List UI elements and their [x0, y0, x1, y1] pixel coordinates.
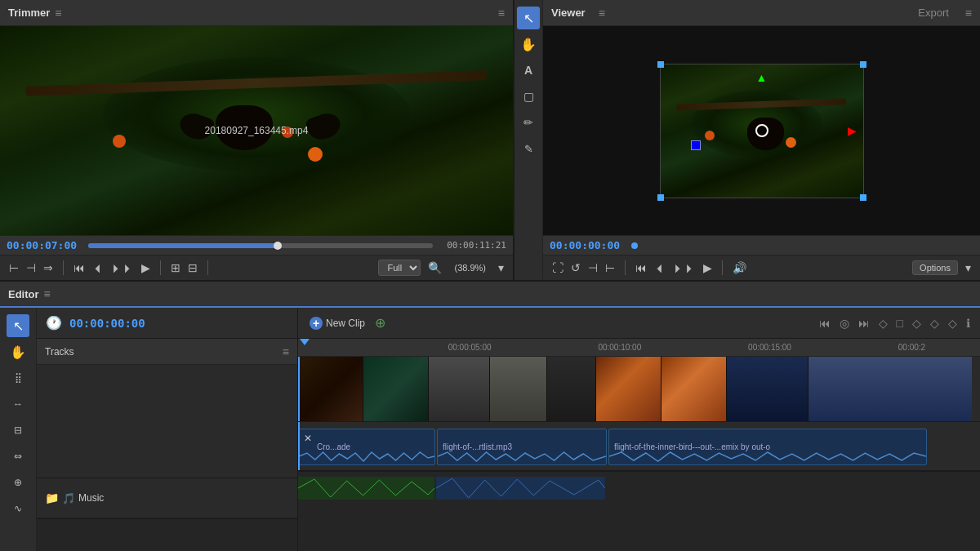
viewer-timecode: 00:00:00:00 — [550, 239, 623, 251]
add-clip-button[interactable]: + New Clip — [305, 314, 370, 332]
tool-draw-btn[interactable]: ✎ — [517, 137, 540, 160]
ruler-mark-10s: 00:00:10:00 — [598, 343, 641, 352]
tl-info-icon[interactable]: ℹ — [963, 315, 973, 331]
timeline-area[interactable]: + New Clip ⊕ ⏮ ◎ ⏭ ◇ □ ◇ ◇ ◇ ℹ — [298, 308, 980, 551]
trimmer-send-btn[interactable]: ⇒ — [41, 260, 56, 276]
video-track-area — [37, 365, 297, 478]
video-clip-6[interactable] — [596, 357, 662, 421]
editor-tool-slip-btn[interactable]: ⊟ — [7, 419, 29, 442]
viewer-speaker-btn[interactable]: 🔊 — [730, 260, 749, 276]
tl-skip-fwd-icon[interactable]: ⏭ — [855, 315, 873, 331]
tl-target-icon[interactable]: ◎ — [836, 315, 853, 331]
trimmer-mark-out-btn[interactable]: ⊣ — [24, 260, 38, 276]
editor-tool-resize-btn[interactable]: ⣿ — [7, 367, 29, 389]
transform-handle-bl[interactable] — [657, 194, 664, 201]
trimmer-snap-btn[interactable]: ⊞ — [168, 260, 183, 276]
tl-diamond-icon[interactable]: ◇ — [875, 315, 891, 331]
video-clip-5[interactable] — [547, 357, 596, 421]
transform-center-handle[interactable] — [755, 124, 768, 137]
video-clip-4[interactable] — [490, 357, 547, 421]
video-clip-9[interactable] — [808, 357, 972, 421]
music-clip-3[interactable]: flight-of-the-inner-bird---out-...emix b… — [608, 429, 927, 465]
transform-handle-tr[interactable] — [860, 61, 866, 68]
ruler-mark-5s: 00:00:05:00 — [448, 343, 492, 352]
viewer-play-btn[interactable]: ▶ — [701, 260, 715, 276]
trimmer-video-area[interactable]: 20180927_163445.mp4 — [0, 26, 513, 235]
trimmer-title: Trimmer — [8, 7, 50, 19]
viewer-frame-back-btn[interactable]: ⏴ — [652, 260, 668, 276]
trimmer-overflow-icon[interactable]: ≡ — [498, 7, 505, 20]
editor-tool-adjust-btn[interactable]: ⊕ — [7, 471, 29, 494]
editor-tool-move-btn[interactable]: ↔ — [7, 393, 29, 415]
video-track-row[interactable] — [298, 357, 980, 422]
editor-header: Editor ≡ — [0, 282, 980, 308]
video-clip-8[interactable] — [727, 357, 808, 421]
editor-menu-icon[interactable]: ≡ — [44, 287, 51, 300]
tool-hand-btn[interactable]: ✋ — [517, 33, 540, 56]
trimmer-progress-handle[interactable] — [274, 242, 282, 250]
viewer-view-controls: ⛶ ↺ ⊣ ⊢ — [550, 260, 617, 276]
tool-pen-btn[interactable]: ✏ — [517, 111, 540, 134]
viewer-separator — [625, 260, 626, 275]
viewer-fullscreen-btn[interactable]: ⛶ — [550, 260, 566, 276]
viewer-mark-in-btn[interactable]: ⊣ — [586, 260, 600, 276]
viewer-timecode-bar: 00:00:00:00 — [543, 235, 980, 255]
trimmer-play-btn[interactable]: ▶ — [139, 260, 153, 276]
controls-separator-1 — [63, 260, 64, 275]
viewer-options-button[interactable]: Options — [912, 260, 958, 275]
tl-diamond3-icon[interactable]: ◇ — [927, 315, 942, 331]
editor-tool-expand-btn[interactable]: ⇔ — [7, 445, 29, 468]
trimmer-zoom-dropdown-btn[interactable]: ▾ — [496, 260, 506, 276]
trimmer-zoom-select[interactable]: Full — [378, 260, 421, 276]
stacked-layers-icon[interactable]: ⊕ — [375, 315, 385, 331]
trimmer-zoom-icon[interactable]: 🔍 — [425, 260, 444, 276]
trimmer-mark-in-btn[interactable]: ⊢ — [7, 260, 21, 276]
viewer-step-back-btn[interactable]: ⏮ — [633, 260, 649, 276]
viewer-frame-fwd-btn[interactable]: ⏵⏵ — [670, 260, 698, 276]
editor-clock-icon[interactable]: 🕐 — [43, 313, 65, 332]
trimmer-menu-icon[interactable]: ≡ — [55, 7, 61, 20]
viewer-options-dropdown-icon[interactable]: ▾ — [963, 260, 973, 276]
timeline-add-toolbar: + New Clip ⊕ ⏮ ◎ ⏭ ◇ □ ◇ ◇ ◇ ℹ — [298, 308, 980, 339]
timeline-tool-icons: ⏮ ◎ ⏭ ◇ □ ◇ ◇ ◇ ℹ — [816, 315, 973, 331]
trimmer-timecode-bar: 00:00:07:00 00:00:11:21 — [0, 235, 513, 255]
video-clip-3[interactable] — [429, 357, 490, 421]
tool-text-btn[interactable]: A — [517, 59, 540, 82]
music-track-row[interactable]: ✕ Cro...ade flight-of-...rtlist.mp3 — [298, 422, 980, 471]
viewer-menu-icon[interactable]: ≡ — [599, 7, 605, 20]
trimmer-progress-bar[interactable] — [88, 243, 433, 248]
music-clip-1[interactable]: ✕ Cro...ade — [298, 429, 435, 465]
viewer-loop-btn[interactable]: ↺ — [568, 260, 583, 276]
tracks-menu-icon[interactable]: ≡ — [283, 345, 289, 358]
video-clip-2[interactable] — [363, 357, 429, 421]
tool-arrow-btn[interactable]: ↖ — [517, 7, 540, 29]
controls-separator-3 — [207, 260, 208, 275]
viewer-export-tab[interactable]: Export — [915, 7, 952, 19]
viewer-export-menu-icon[interactable]: ≡ — [965, 7, 972, 20]
viewer-mark-out-btn[interactable]: ⊢ — [603, 260, 617, 276]
tool-rectangle-btn[interactable]: ▢ — [517, 85, 540, 108]
tl-skip-back-icon[interactable]: ⏮ — [816, 315, 834, 331]
transform-y-arrow[interactable]: ▲ — [756, 71, 768, 84]
waveform-3 — [609, 450, 926, 463]
trimmer-frame-back-btn[interactable]: ⏴ — [90, 260, 106, 276]
trimmer-layers-btn[interactable]: ⊟ — [185, 260, 200, 276]
music-clip-2[interactable]: flight-of-...rtlist.mp3 — [437, 429, 607, 465]
editor-title: Editor — [8, 288, 39, 300]
editor-tool-curve-btn[interactable]: ∿ — [7, 497, 29, 520]
tl-square-icon[interactable]: □ — [893, 315, 906, 331]
trimmer-transport-controls: ⏮ ⏴ ⏵⏵ ▶ — [71, 260, 153, 276]
viewer-video-area[interactable]: ▲ ▶ — [543, 26, 980, 235]
editor-tool-hand-btn[interactable]: ✋ — [7, 340, 29, 363]
transform-handle-br[interactable] — [860, 194, 866, 201]
transform-blue-square[interactable] — [691, 140, 701, 150]
tl-diamond2-icon[interactable]: ◇ — [909, 315, 924, 331]
transform-handle-tl[interactable] — [657, 61, 664, 68]
editor-tool-arrow-btn[interactable]: ↖ — [7, 314, 29, 337]
transform-x-arrow[interactable]: ▶ — [848, 124, 857, 137]
trimmer-frame-fwd-btn[interactable]: ⏵⏵ — [109, 260, 136, 276]
trimmer-step-back-btn[interactable]: ⏮ — [71, 260, 87, 276]
video-clip-1[interactable] — [298, 357, 363, 421]
tl-diamond4-icon[interactable]: ◇ — [945, 315, 960, 331]
video-clip-7[interactable] — [662, 357, 727, 421]
